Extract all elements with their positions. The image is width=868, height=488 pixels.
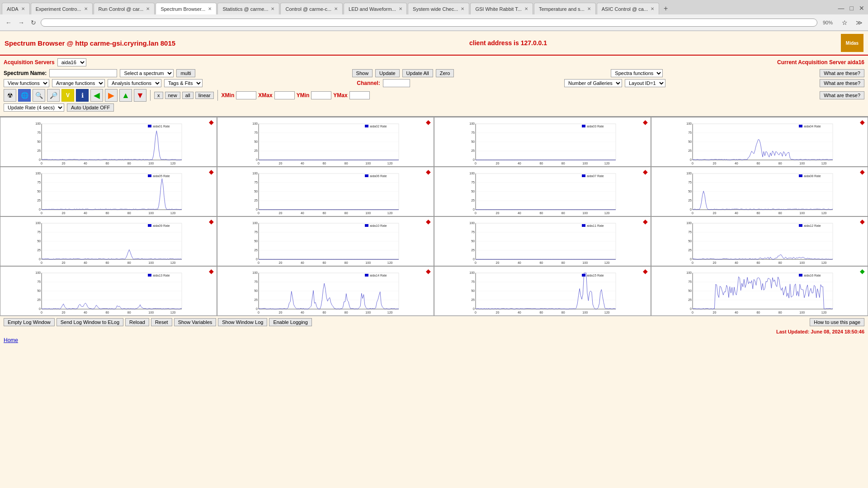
how-to-use-button[interactable]: How to use this page <box>810 318 864 326</box>
up-icon-btn[interactable]: ▲ <box>119 89 132 102</box>
close-window-button[interactable]: ✕ <box>857 4 866 13</box>
what-these-1-button[interactable]: What are these? <box>820 69 864 77</box>
svg-text:75: 75 <box>37 131 41 134</box>
zoom-in-icon-btn[interactable]: 🔍 <box>33 89 45 102</box>
svg-text:50: 50 <box>254 289 258 292</box>
back-button[interactable]: ← <box>4 18 14 27</box>
svg-text:120: 120 <box>821 311 827 314</box>
select-spectrum-dropdown[interactable]: Select a spectrum <box>120 69 174 77</box>
chart-aida09[interactable]: ◆0255075100020406080100120aida09 Rate <box>0 216 217 266</box>
show-window-log-button[interactable]: Show Window Log <box>218 318 267 326</box>
maximize-button[interactable]: □ <box>848 4 855 13</box>
tab-run-control[interactable]: Run Control @ car... ✕ <box>94 3 155 14</box>
footer: Home <box>0 335 868 345</box>
layout-id-select[interactable]: Layout ID=1 <box>625 79 665 87</box>
x-button[interactable]: x <box>154 92 163 99</box>
svg-text:25: 25 <box>37 199 41 202</box>
tab-add-button[interactable]: + <box>660 3 671 14</box>
update-rate-select[interactable]: Update Rate (4 secs) <box>4 103 64 112</box>
analysis-functions-select[interactable]: Analysis functions <box>108 79 161 87</box>
tab-spectrum[interactable]: Spectrum Browser... ✕ <box>156 3 217 14</box>
linear-button[interactable]: linear <box>195 92 214 99</box>
v-icon-btn[interactable]: V <box>61 89 74 102</box>
chart-aida11[interactable]: ◆0255075100020406080100120aida11 Rate <box>434 216 651 266</box>
chart-aida06[interactable]: ◆0255075100020406080100120aida06 Rate <box>217 167 434 216</box>
chart-aida15[interactable]: ◆0255075100020406080100120aida15 Rate <box>434 266 651 316</box>
chart-aida01[interactable]: ◆0255075100020406080100120aida01 Rate <box>0 117 217 167</box>
reset-button[interactable]: Reset <box>151 318 172 326</box>
chart-aida07[interactable]: ◆0255075100020406080100120aida07 Rate <box>434 167 651 216</box>
info-icon-btn[interactable]: ℹ <box>76 89 89 102</box>
number-galleries-select[interactable]: Number of Galleries <box>564 79 622 87</box>
svg-text:100: 100 <box>35 271 41 274</box>
chart-aida08[interactable]: ◆0255075100020406080100120aida08 Rate <box>651 167 868 216</box>
auto-update-button[interactable]: Auto Update OFF <box>67 103 114 112</box>
spectrum-row: Spectrum Name: Rate Select a spectrum mu… <box>4 69 864 77</box>
chart-aida10[interactable]: ◆0255075100020406080100120aida10 Rate <box>217 216 434 266</box>
ymin-input[interactable]: 0 <box>311 91 331 99</box>
arrange-functions-select[interactable]: Arrange functions <box>52 79 105 87</box>
chart-aida04[interactable]: ◆0255075100020406080100120aida04 Rate <box>651 117 868 167</box>
forward-button[interactable]: → <box>16 18 26 27</box>
svg-text:25: 25 <box>471 149 475 152</box>
prev-icon-btn[interactable]: ◀ <box>90 89 103 102</box>
svg-text:80: 80 <box>344 211 348 215</box>
svg-text:0: 0 <box>692 261 693 264</box>
send-log-button[interactable]: Send Log Window to ELog <box>57 318 123 326</box>
bookmark-button[interactable]: ☆ <box>838 18 851 27</box>
multi-button[interactable]: multi <box>176 69 195 77</box>
next-icon-btn[interactable]: ▶ <box>105 89 118 102</box>
all-button[interactable]: all <box>182 92 193 99</box>
down-icon-btn[interactable]: ▼ <box>134 89 146 102</box>
minimize-button[interactable]: — <box>836 4 846 13</box>
zero-button[interactable]: Zero <box>436 69 454 77</box>
what-these-2-button[interactable]: What are these? <box>820 79 864 87</box>
svg-text:0: 0 <box>41 162 42 165</box>
tab-gsi[interactable]: GSI White Rabbit T... ✕ <box>470 3 533 14</box>
chart-aida16[interactable]: ◆0255075100020406080100120aida16 Rate <box>651 266 868 316</box>
xmax-input[interactable]: 128 <box>274 91 295 99</box>
globe-icon-btn[interactable]: 🌐 <box>18 89 31 102</box>
svg-text:0: 0 <box>690 258 692 261</box>
empty-log-button[interactable]: Empty Log Window <box>4 318 55 326</box>
update-button[interactable]: Update <box>375 69 399 77</box>
home-link[interactable]: Home <box>4 337 18 343</box>
extensions-button[interactable]: ≫ <box>854 18 864 27</box>
svg-text:20: 20 <box>713 261 717 264</box>
tab-temperature[interactable]: Temperature and s... ✕ <box>534 3 596 14</box>
new-button[interactable]: new <box>165 92 180 99</box>
tab-statistics[interactable]: Statistics @ carme... ✕ <box>217 3 279 14</box>
tags-fits-select[interactable]: Tags & Fits <box>164 79 203 87</box>
chart-aida05[interactable]: ◆0255075100020406080100120aida05 Rate <box>0 167 217 216</box>
channel-input[interactable] <box>383 79 410 87</box>
zoom-out-icon-btn[interactable]: 🔎 <box>47 89 60 102</box>
chart-aida14[interactable]: ◆0255075100020406080100120aida14 Rate <box>217 266 434 316</box>
chart-aida12[interactable]: ◆0255075100020406080100120aida12 Rate <box>651 216 868 266</box>
reload-button[interactable]: Reload <box>125 318 149 326</box>
show-button[interactable]: Show <box>352 69 373 77</box>
tab-system[interactable]: System wide Chec... ✕ <box>408 3 469 14</box>
tab-led[interactable]: LED and Waveform... ✕ <box>344 3 407 14</box>
tab-experiment[interactable]: Experiment Contro... ✕ <box>31 3 93 14</box>
chart-aida02[interactable]: ◆0255075100020406080100120aida02 Rate <box>217 117 434 167</box>
svg-text:25: 25 <box>471 199 475 202</box>
address-input[interactable]: localhost:8015/Spectrum/Spectrum.tml <box>41 19 817 27</box>
spectrum-name-input[interactable]: Rate <box>49 69 117 77</box>
view-functions-select[interactable]: View functions <box>4 79 49 87</box>
tab-asic[interactable]: ASIC Control @ ca... ✕ <box>597 3 659 14</box>
enable-logging-button[interactable]: Enable Logging <box>269 318 311 326</box>
update-all-button[interactable]: Update All <box>402 69 433 77</box>
tab-aida[interactable]: AIDA ✕ <box>2 3 30 14</box>
ymax-input[interactable]: 100 <box>349 91 370 99</box>
reload-browser-button[interactable]: ↻ <box>29 18 38 27</box>
tab-control[interactable]: Control @ carme-c... ✕ <box>280 3 343 14</box>
xmin-input[interactable]: 0 <box>236 91 256 99</box>
svg-text:100: 100 <box>686 271 692 274</box>
spectra-functions-select[interactable]: Spectra functions <box>611 69 663 77</box>
chart-aida13[interactable]: ◆0255075100020406080100120aida13 Rate <box>0 266 217 316</box>
chart-aida03[interactable]: ◆0255075100020406080100120aida03 Rate <box>434 117 651 167</box>
what-these-3-button[interactable]: What are these? <box>820 91 864 99</box>
show-variables-button[interactable]: Show Variables <box>174 318 217 326</box>
nuclear-icon-btn[interactable]: ☢ <box>4 89 16 102</box>
acq-server-select[interactable]: aida16 <box>57 58 86 66</box>
